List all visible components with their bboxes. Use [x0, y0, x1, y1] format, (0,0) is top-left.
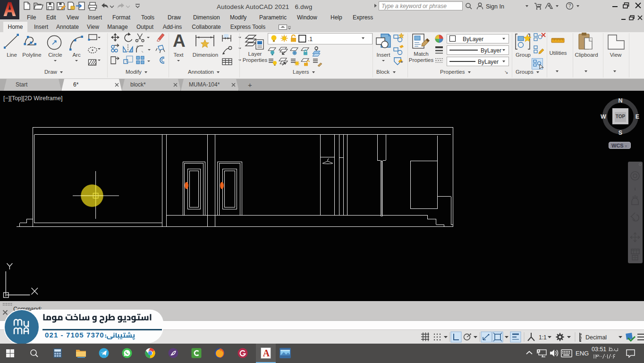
- svg-text:TOP: TOP: [616, 114, 626, 119]
- svg-text:1:1: 1:1: [539, 334, 547, 341]
- svg-text:S: S: [619, 130, 622, 136]
- svg-text:?: ?: [568, 3, 571, 9]
- svg-text:Decimal: Decimal: [585, 334, 607, 341]
- svg-text:E: E: [636, 113, 639, 120]
- svg-text:W: W: [601, 113, 606, 120]
- svg-text:N: N: [618, 97, 622, 104]
